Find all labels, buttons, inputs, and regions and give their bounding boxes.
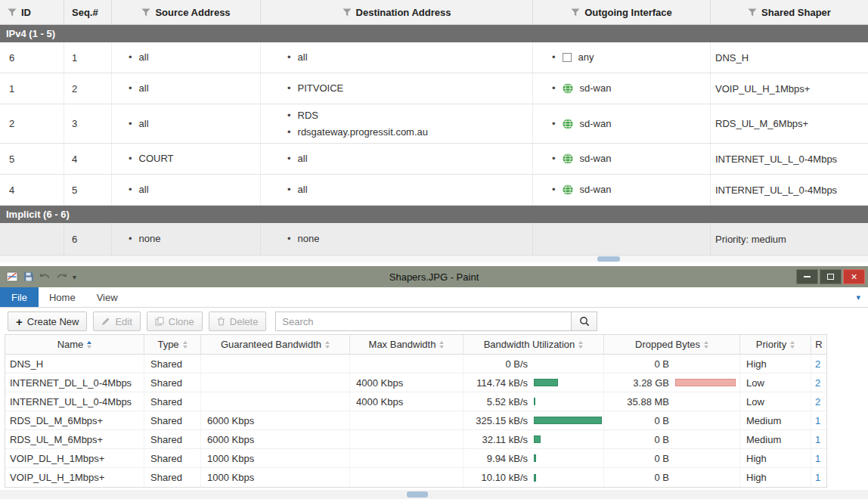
policy-row[interactable]: 12•all•PITVOICE•sd-wanVOIP_UL_H_1Mbps+	[0, 73, 868, 104]
cell-value: •none	[287, 231, 532, 246]
canvas-horizontal-scrollbar[interactable]	[0, 490, 868, 499]
max-bandwidth: 4000 Kbps	[350, 392, 463, 411]
delete-button[interactable]: Delete	[209, 311, 267, 331]
undo-icon[interactable]	[39, 272, 51, 281]
save-icon[interactable]	[23, 271, 34, 282]
shaper-row[interactable]: DNS_HShared0 B/s0 BHigh2	[5, 355, 826, 373]
maximize-button[interactable]	[820, 269, 842, 284]
shaper-row[interactable]: INTERNET_UL_L_0-4MbpsShared4000 Kbps5.52…	[5, 392, 826, 411]
policy-row[interactable]: 54•COURT•all•sd-wanINTERNET_UL_L_0-4Mbps	[0, 144, 868, 175]
outgoing-interface-cell: •sd-wan	[533, 144, 711, 174]
filter-funnel-icon	[141, 8, 150, 17]
bullet-icon: •	[287, 108, 291, 123]
shaper-header-row: Name Type Guaranteed Bandwidth Max Bandw…	[5, 335, 826, 355]
column-header-name[interactable]: Name	[5, 335, 144, 354]
ribbon-expand-icon[interactable]: ▾	[856, 287, 868, 307]
scrollbar-thumb[interactable]	[597, 256, 620, 262]
ref-count-link[interactable]: 2	[811, 396, 820, 408]
destination-address-cell: •all	[261, 144, 533, 174]
ref-count-link[interactable]: 1	[811, 472, 820, 483]
policy-body: IPv4 (1 - 5)61•all•all•anyDNS_H12•all•PI…	[0, 25, 868, 255]
column-header-guaranteed-bandwidth[interactable]: Guaranteed Bandwidth	[201, 335, 350, 354]
search-button[interactable]	[572, 311, 597, 331]
column-header-seq[interactable]: Seq.#	[64, 0, 112, 24]
shaper-table-body: DNS_HShared0 B/s0 BHigh2INTERNET_DL_L_0-…	[5, 355, 826, 487]
max-bandwidth	[350, 468, 463, 487]
cell-value: •all	[129, 116, 260, 132]
shaper-type: Shared	[144, 355, 201, 373]
shaper-row[interactable]: RDS_UL_M_6Mbps+Shared6000 Kbps32.11 kB/s…	[5, 430, 826, 449]
guaranteed-bandwidth	[201, 373, 350, 392]
sort-icon	[578, 341, 583, 349]
minimize-button[interactable]	[796, 269, 818, 284]
cell-value: •all	[287, 151, 532, 166]
shaper-row[interactable]: INTERNET_DL_L_0-4MbpsShared4000 Kbps114.…	[5, 373, 826, 392]
policy-row[interactable]: 45•all•all•sd-wanINTERNET_UL_L_0-4Mbps	[0, 175, 868, 206]
bullet-icon: •	[287, 125, 291, 140]
policy-row[interactable]: 23•all•RDS•rdsgateway.progressit.com.au•…	[0, 104, 868, 144]
ref-count-link[interactable]: 2	[811, 377, 820, 389]
column-header-bandwidth-utilization[interactable]: Bandwidth Utilization	[463, 335, 604, 354]
search-input[interactable]	[275, 311, 572, 331]
guaranteed-bandwidth: 6000 Kbps	[201, 430, 350, 448]
paint-canvas[interactable]: + Create New Edit Clone Delete	[0, 308, 868, 499]
destination-address-cell: •all	[261, 42, 533, 73]
column-header-ref[interactable]: R	[811, 335, 826, 354]
policy-seq: 1	[64, 42, 112, 73]
sdwan-zone-icon	[563, 119, 573, 129]
ref-count-link[interactable]: 2	[811, 358, 820, 370]
tab-home[interactable]: Home	[39, 287, 86, 307]
shared-shaper-cell: INTERNET_UL_L_0-4Mbps	[711, 144, 868, 174]
column-header-type[interactable]: Type	[144, 335, 201, 354]
close-button[interactable]: ×	[843, 269, 865, 284]
section-header-implicit: Implicit (6 - 6)	[0, 206, 868, 223]
column-header-max-bandwidth[interactable]: Max Bandwidth	[350, 335, 463, 354]
column-header-destination-address[interactable]: Destination Address	[261, 0, 533, 24]
guaranteed-bandwidth: 6000 Kbps	[201, 411, 350, 429]
sort-icon	[790, 341, 795, 349]
interface-name: sd-wan	[580, 182, 612, 197]
column-header-priority[interactable]: Priority	[740, 335, 811, 354]
sdwan-zone-icon	[563, 83, 573, 94]
redo-icon[interactable]	[56, 272, 67, 281]
ref-count-link[interactable]: 1	[811, 453, 820, 464]
close-icon: ×	[851, 271, 857, 282]
column-header-shared-shaper[interactable]: Shared Shaper	[711, 0, 868, 24]
dropped-bytes: 0 B	[604, 355, 740, 373]
column-header-id[interactable]: ID	[0, 0, 64, 24]
scrollbar-thumb[interactable]	[407, 491, 428, 497]
ref-count-link[interactable]: 1	[811, 434, 820, 445]
tab-file[interactable]: File	[0, 287, 39, 307]
clone-button[interactable]: Clone	[147, 311, 203, 331]
column-header-source-address[interactable]: Source Address	[112, 0, 261, 24]
guaranteed-bandwidth: 1000 Kbps	[201, 449, 350, 467]
cell-value: •all	[129, 50, 260, 65]
outgoing-interface-cell	[533, 223, 711, 255]
create-new-button[interactable]: + Create New	[8, 311, 87, 331]
edit-button[interactable]: Edit	[93, 311, 140, 331]
column-header-outgoing-interface[interactable]: Outgoing Interface	[533, 0, 711, 24]
column-header-label: R	[815, 339, 822, 350]
source-address-cell: •all	[112, 175, 261, 205]
column-header-label: Priority	[756, 339, 786, 350]
policy-horizontal-scrollbar[interactable]	[0, 255, 868, 262]
cell-value: •sd-wan	[552, 116, 710, 132]
priority: Low	[740, 373, 811, 392]
policy-row[interactable]: 61•all•all•anyDNS_H	[0, 42, 868, 73]
shaper-row[interactable]: VOIP_UL_H_1Mbps+Shared1000 Kbps10.10 kB/…	[5, 468, 826, 487]
column-header-label: Outgoing Interface	[584, 7, 672, 18]
ref-count-link[interactable]: 1	[811, 415, 820, 426]
shaper-row[interactable]: VOIP_DL_H_1Mbps+Shared1000 Kbps9.94 kB/s…	[5, 449, 826, 468]
shaper-type: Shared	[144, 411, 201, 429]
dropped-bytes: 0 B	[604, 430, 740, 448]
column-header-label: Seq.#	[72, 7, 98, 18]
delete-label: Delete	[230, 316, 259, 327]
column-header-dropped-bytes[interactable]: Dropped Bytes	[604, 335, 740, 354]
qat-dropdown-icon[interactable]: ▾	[73, 273, 76, 281]
tab-view[interactable]: View	[86, 287, 129, 307]
ref-count-cell: 2	[811, 355, 826, 373]
shaper-row[interactable]: RDS_DL_M_6Mbps+Shared6000 Kbps325.15 kB/…	[5, 411, 826, 430]
shaper-type: Shared	[144, 373, 201, 392]
policy-row[interactable]: 6•none•nonePriority: medium	[0, 223, 868, 255]
priority: Medium	[740, 430, 811, 448]
